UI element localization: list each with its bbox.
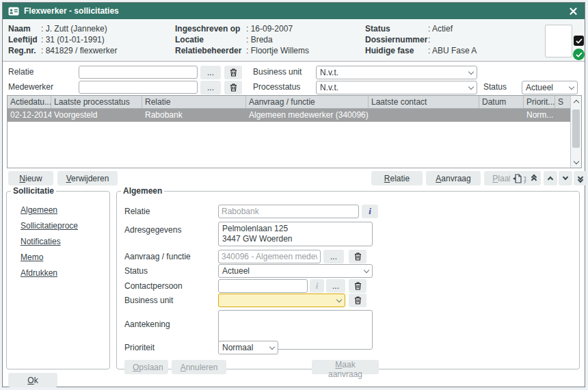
col-actiedatum[interactable]: Actiedatu... [8,96,51,108]
filter-medewerker-input[interactable] [79,81,198,94]
status-label: Status [365,24,390,34]
aanvraag-button[interactable]: Aanvraag [426,171,481,185]
sidebar-item-memo[interactable]: Memo [21,252,43,262]
filter-business-unit-select[interactable]: N.v.t. [316,66,477,79]
col-relatie[interactable]: Relatie [142,96,246,108]
table-header-row: Actiedatu... Laatste processtatus Relati… [8,96,581,109]
business-unit-trash-icon[interactable] [349,294,366,307]
filter-relatie-browse-button[interactable]: ... [200,66,221,79]
relatie-info-icon[interactable]: i [362,205,378,218]
green-check-icon[interactable] [573,49,585,60]
filter-relatie-input[interactable] [79,66,198,79]
verwijderen-button[interactable]: Verwijderen [57,171,118,185]
contactpersoon-field-label: Contactpersoon [124,279,183,293]
sollicitatie-fieldset: Sollicitatie Algemeen Sollicitatieproce … [6,186,110,369]
chevron-down-icon [336,296,342,302]
contactpersoon-browse-button[interactable]: ... [326,279,345,293]
naam-label: Naam [8,24,31,34]
chevron-down-icon [269,343,275,349]
id-card-icon [8,7,19,16]
scroll-down-icon[interactable] [571,157,581,167]
sidebar-item-afdrukken[interactable]: Afdrukken [21,268,57,278]
huidige-fase-value: : ABU Fase A [428,46,477,57]
close-icon[interactable] [567,5,579,17]
ok-button[interactable]: Ok [8,373,57,387]
col-s[interactable]: S [555,96,567,108]
aanvraag-browse-button[interactable]: ... [323,250,344,263]
col-laatste-processtatus[interactable]: Laatste processtatus [51,96,142,108]
leeftijd-label: Leeftijd [8,35,38,44]
move-top-icon[interactable] [527,171,541,185]
filter-relatie-label: Relatie [8,66,34,79]
col-prioriteit[interactable]: Priorit... [524,96,555,108]
filter-relatie-trash-icon[interactable] [224,66,242,79]
table-row-selected[interactable]: 02-12-2014 Voorgesteld Rabobank Algemeen… [8,109,581,122]
aanvraag-field [218,250,321,263]
scroll-up-icon[interactable] [571,96,581,106]
relatie-field [218,205,359,218]
col-laatste-contact[interactable]: Laatste contact [369,96,479,108]
relatiebeheerder-value: : Floortje Willems [246,46,309,57]
contactpersoon-field[interactable] [218,279,308,293]
col-datum[interactable]: Datum [479,96,524,108]
filter-status-label: Status [483,81,507,94]
maak-aanvraag-button[interactable]: Maak aanvraag [312,360,379,374]
move-down-icon[interactable] [559,171,572,185]
adres-field-label: Adresgegevens [124,223,181,237]
open-document-icon[interactable] [510,171,524,185]
filter-medewerker-label: Medewerker [8,81,53,94]
aanvraag-trash-icon[interactable] [349,250,366,263]
leeftijd-value: : 31 (01-01-1991) [41,35,105,46]
photo-placeholder [545,25,572,57]
regnr-value: : 841829 / flexwerker [41,46,117,57]
move-up-icon[interactable] [544,171,557,185]
filter-processtatus-label: Processtatus [253,81,300,94]
business-unit-field-label: Business unit [124,294,173,307]
relatie-button[interactable]: Relatie [371,171,423,185]
dossiernummer-label: Dossiernummer [365,35,427,44]
opslaan-button[interactable]: Opslaan [124,360,168,374]
annuleren-button[interactable]: Annuleren [172,360,226,374]
nieuw-button[interactable]: Nieuw [8,171,53,185]
checked-checkbox-icon[interactable] [574,36,584,46]
chevron-down-icon [468,83,474,89]
flexworker-header: Naam : J. Zutt (Janneke) Leeftijd : 31 (… [3,19,585,62]
sidebar-item-sollicitatieproces[interactable]: Sollicitatieproce [21,221,78,231]
window-title: Flexwerker - sollicitaties [24,6,567,16]
regnr-label: Reg.nr. [8,46,36,55]
contactpersoon-info-icon: i [310,279,324,293]
chevron-down-icon [569,83,574,89]
filter-processtatus-select[interactable]: N.v.t. [316,81,477,94]
filter-status-select[interactable]: Actueel [522,81,578,94]
ingeschreven-value: : 16-09-2007 [246,24,293,35]
dossiernummer-value: : [428,35,430,46]
huidige-fase-label: Huidige fase [365,46,414,55]
prioriteit-field-label: Prioriteit [124,341,155,354]
naam-value: : J. Zutt (Janneke) [41,24,107,35]
filter-medewerker-browse-button[interactable]: ... [200,81,221,94]
contactpersoon-trash-icon[interactable] [349,279,366,293]
dialog-window: Flexwerker - sollicitaties Naam : J. Zut… [2,2,585,387]
title-bar: Flexwerker - sollicitaties [3,3,585,19]
status-select[interactable]: Actueel [218,264,373,278]
business-unit-select[interactable] [218,294,345,307]
filter-bar: Relatie ... Medewerker ... Business unit… [3,62,585,95]
relatie-field-label: Relatie [124,205,150,218]
table-scrollbar[interactable] [570,96,581,168]
filter-medewerker-trash-icon[interactable] [224,81,242,94]
chevron-down-icon [364,267,369,272]
chevron-down-icon [468,68,474,74]
sidebar-item-notificaties[interactable]: Notificaties [21,237,61,246]
locatie-value: : Breda [246,35,273,46]
sidebar-item-algemeen[interactable]: Algemeen [21,205,57,215]
col-aanvraag-functie[interactable]: Aanvraag / functie [246,96,369,108]
locatie-label: Locatie [175,35,204,44]
ingeschreven-label: Ingeschreven op [175,24,240,34]
status-field-label: Status [124,264,148,278]
prioriteit-select[interactable]: Normaal [218,341,278,354]
move-bottom-icon[interactable] [574,171,587,185]
scrollbar-thumb[interactable] [572,109,580,148]
aantekening-field-label: Aantekening [124,317,170,331]
sollicitaties-table: Actiedatu... Laatste processtatus Relati… [7,95,582,168]
adres-field: Pelmolenlaan 125 3447 GW Woerden [218,222,373,246]
